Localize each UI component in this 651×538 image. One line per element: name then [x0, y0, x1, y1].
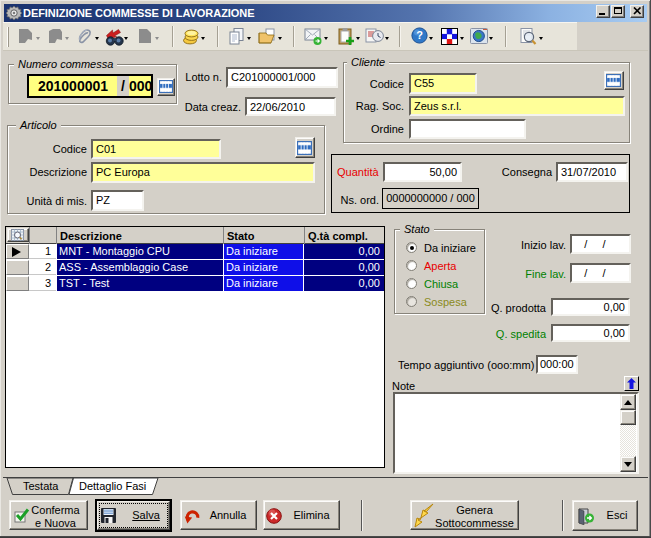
svg-text:?: ?: [416, 29, 423, 41]
